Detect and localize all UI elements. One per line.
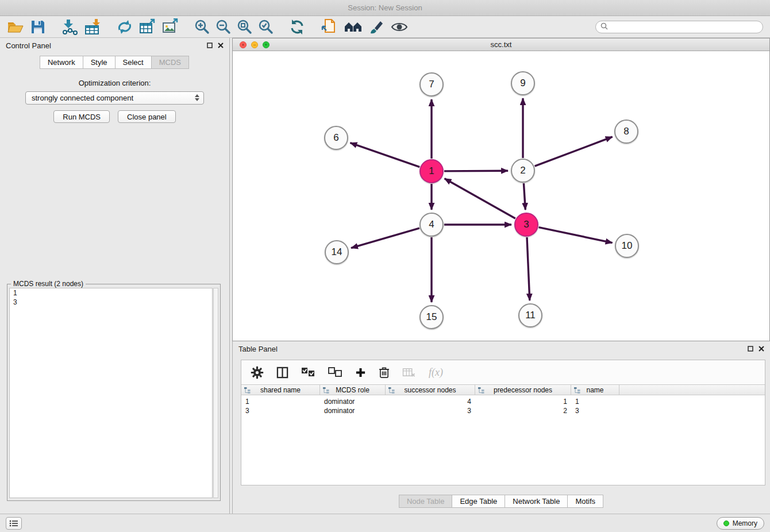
- delete-column-icon: [402, 367, 416, 378]
- zoom-fit-icon[interactable]: [237, 17, 252, 37]
- graph-node-7[interactable]: 7: [419, 72, 444, 97]
- graph-node-1[interactable]: 1: [419, 159, 444, 183]
- result-scrollbar[interactable]: [213, 288, 218, 498]
- graph-edge-4-14[interactable]: [351, 228, 419, 248]
- table-cell[interactable]: dominator: [320, 397, 386, 406]
- minimize-window-icon[interactable]: [251, 41, 258, 48]
- search-icon: [600, 22, 608, 32]
- eye-icon[interactable]: [391, 17, 408, 37]
- graph-edge-1-2[interactable]: [444, 171, 508, 171]
- tab-motifs[interactable]: Motifs: [567, 495, 603, 508]
- criterion-dropdown[interactable]: strongly connected component: [25, 91, 204, 105]
- copy-view-icon[interactable]: [321, 17, 338, 37]
- save-session-icon[interactable]: [30, 17, 46, 37]
- network-canvas[interactable]: 7968124314101511: [233, 51, 769, 341]
- graph-node-2[interactable]: 2: [511, 159, 535, 183]
- tab-mcds[interactable]: MCDS: [151, 56, 189, 69]
- column-header-predecessor-nodes[interactable]: predecessor nodes: [475, 385, 571, 395]
- tab-select[interactable]: Select: [115, 56, 152, 69]
- graph-edge-3-10[interactable]: [539, 228, 613, 243]
- graph-node-8[interactable]: 8: [614, 119, 638, 144]
- graph-edge-1-6[interactable]: [351, 143, 420, 167]
- criterion-dropdown-value: strongly connected component: [32, 94, 133, 102]
- import-table-icon[interactable]: [84, 17, 101, 37]
- show-columns-icon[interactable]: [276, 367, 288, 379]
- new-network-icon[interactable]: [116, 17, 133, 37]
- import-network-icon[interactable]: [61, 17, 78, 37]
- close-window-icon[interactable]: [240, 41, 247, 48]
- table-cell[interactable]: dominator: [320, 406, 386, 415]
- graph-node-14[interactable]: 14: [325, 240, 349, 264]
- search-input[interactable]: [611, 23, 758, 31]
- table-row[interactable]: 3dominator323: [241, 406, 765, 415]
- mcds-result-item[interactable]: 3: [10, 298, 212, 307]
- open-session-icon[interactable]: [7, 17, 24, 37]
- table-toolbar: f(x): [241, 360, 765, 384]
- graph-node-15[interactable]: 15: [419, 305, 444, 329]
- network-window-title: scc.txt: [491, 40, 512, 49]
- task-history-button[interactable]: [6, 517, 22, 530]
- delete-row-trash-icon[interactable]: [379, 367, 390, 379]
- graph-edge-3-11[interactable]: [527, 237, 530, 300]
- close-table-panel-icon[interactable]: [759, 345, 764, 353]
- tab-style[interactable]: Style: [83, 56, 116, 69]
- graph-edge-2-8[interactable]: [535, 137, 613, 166]
- edge-layer: [233, 51, 769, 341]
- graph-edge-3-1[interactable]: [445, 179, 515, 218]
- graph-edge-2-3[interactable]: [523, 183, 525, 210]
- table-cell[interactable]: 3: [386, 406, 475, 415]
- close-panel-button[interactable]: Close panel: [118, 110, 176, 123]
- application-window: Session: New Session: [0, 0, 770, 532]
- home-icon[interactable]: [344, 17, 363, 37]
- table-cell[interactable]: 4: [386, 397, 475, 406]
- table-cell[interactable]: 1: [571, 397, 619, 406]
- close-panel-icon[interactable]: [218, 41, 224, 50]
- style-brush-icon[interactable]: [369, 17, 385, 37]
- float-panel-icon[interactable]: [207, 41, 213, 50]
- float-table-panel-icon[interactable]: [748, 345, 753, 353]
- zoom-selected-icon[interactable]: [258, 17, 274, 37]
- graph-node-4[interactable]: 4: [419, 213, 444, 237]
- control-panel-tabs: NetworkStyleSelectMCDS: [0, 56, 229, 69]
- control-panel-title: Control Panel: [6, 41, 51, 50]
- refresh-layout-icon[interactable]: [288, 17, 306, 37]
- graph-node-9[interactable]: 9: [511, 71, 535, 95]
- graph-node-11[interactable]: 11: [518, 303, 542, 327]
- table-settings-gear-icon[interactable]: [251, 366, 264, 379]
- graph-node-3[interactable]: 3: [514, 213, 538, 237]
- column-header-shared-name[interactable]: shared name: [241, 385, 320, 395]
- export-image-icon[interactable]: [162, 17, 179, 37]
- tab-node-table[interactable]: Node Table: [399, 495, 453, 508]
- table-cell[interactable]: 3: [241, 406, 320, 415]
- column-header-successor-nodes[interactable]: successor nodes: [386, 385, 475, 395]
- column-header-mcds-role[interactable]: MCDS role: [320, 385, 386, 395]
- column-header-name[interactable]: name: [571, 385, 619, 395]
- control-panel: Control Panel NetworkStyleSelectMCDS Opt…: [0, 38, 230, 514]
- unselect-all-icon[interactable]: [328, 367, 342, 377]
- table-row[interactable]: 1dominator411: [241, 397, 765, 406]
- tab-network[interactable]: Network: [40, 56, 83, 69]
- search-box[interactable]: [595, 21, 763, 33]
- maximize-window-icon[interactable]: [263, 41, 270, 48]
- function-builder-icon: f(x): [429, 367, 443, 379]
- export-table-icon[interactable]: [139, 17, 156, 37]
- window-title: Session: New Session: [348, 3, 422, 12]
- table-cell[interactable]: 2: [475, 406, 571, 415]
- tab-network-table[interactable]: Network Table: [505, 495, 568, 508]
- zoom-in-icon[interactable]: [194, 17, 210, 37]
- table-body: 1dominator4113dominator323: [241, 395, 765, 415]
- zoom-out-icon[interactable]: [215, 17, 231, 37]
- titlebar: Session: New Session: [0, 0, 770, 16]
- mcds-result-item[interactable]: 1: [10, 288, 212, 298]
- tab-edge-table[interactable]: Edge Table: [452, 495, 505, 508]
- graph-node-10[interactable]: 10: [615, 234, 639, 258]
- memory-button[interactable]: Memory: [717, 517, 764, 530]
- select-all-icon[interactable]: [301, 367, 315, 377]
- add-column-icon[interactable]: [355, 367, 366, 378]
- graph-node-6[interactable]: 6: [324, 126, 348, 150]
- table-cell[interactable]: 1: [241, 397, 320, 406]
- table-cell[interactable]: 3: [571, 406, 619, 415]
- run-mcds-button[interactable]: Run MCDS: [53, 110, 110, 123]
- table-cell[interactable]: 1: [475, 397, 571, 406]
- main-toolbar: [0, 16, 770, 38]
